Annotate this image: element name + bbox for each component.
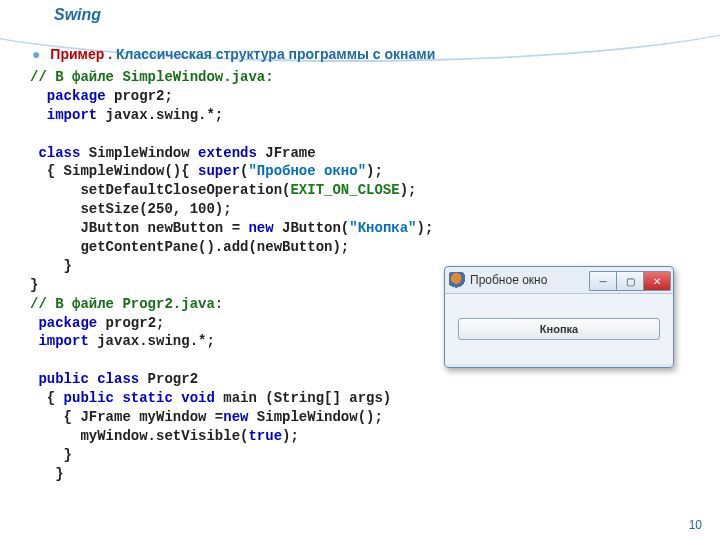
- code-line: );: [400, 182, 417, 198]
- code-line: myWindow.setVisible(: [30, 428, 248, 444]
- code-line: main (String[] args): [215, 390, 391, 406]
- code-line: progr2;: [106, 88, 173, 104]
- java-icon: [449, 272, 465, 288]
- code-line: { SimpleWindow(){: [30, 163, 198, 179]
- code-blank: [30, 126, 38, 142]
- page-number: 10: [689, 518, 702, 532]
- code-line: }: [30, 277, 38, 293]
- code-line: // В файле Progr2.java:: [30, 296, 223, 312]
- code-line: );: [282, 428, 299, 444]
- code-line: public static void: [64, 390, 215, 406]
- code-line: setDefaultCloseOperation(: [30, 182, 290, 198]
- code-line: "Пробное окно": [248, 163, 366, 179]
- code-line: extends: [198, 145, 257, 161]
- page-title: Swing: [54, 6, 101, 24]
- code-line: true: [248, 428, 282, 444]
- subtitle-blue: Классическая структура программы с окнам…: [112, 46, 435, 62]
- code-line: "Кнопка": [349, 220, 416, 236]
- code-line: }: [30, 258, 72, 274]
- minimize-button[interactable]: ─: [589, 271, 616, 291]
- code-blank: [30, 352, 38, 368]
- window-title: Пробное окно: [470, 273, 589, 287]
- bullet-icon: ●: [32, 46, 40, 62]
- code-line: public class: [30, 371, 139, 387]
- code-line: import: [30, 333, 89, 349]
- code-line: );: [366, 163, 383, 179]
- code-line: {: [30, 390, 64, 406]
- code-line: { JFrame myWindow =: [30, 409, 223, 425]
- code-line: // В файле SimpleWindow.java:: [30, 69, 274, 85]
- window-buttons: ─ ▢ ✕: [589, 271, 671, 289]
- code-line: javax.swing.*;: [97, 107, 223, 123]
- demo-window: Пробное окно ─ ▢ ✕ Кнопка: [444, 266, 674, 368]
- code-line: SimpleWindow: [80, 145, 198, 161]
- titlebar[interactable]: Пробное окно ─ ▢ ✕: [445, 267, 673, 294]
- subtitle-red: Пример .: [50, 46, 112, 62]
- close-button[interactable]: ✕: [644, 271, 671, 291]
- code-line: );: [417, 220, 434, 236]
- code-line: progr2;: [97, 315, 164, 331]
- code-line: package: [30, 315, 97, 331]
- code-line: }: [30, 447, 72, 463]
- code-block: // В файле SimpleWindow.java: package pr…: [30, 68, 433, 484]
- code-line: getContentPane().add(newButton);: [30, 239, 349, 255]
- code-line: JButton newButton =: [30, 220, 248, 236]
- code-line: Progr2: [139, 371, 198, 387]
- code-line: class: [30, 145, 80, 161]
- subtitle: ● Пример . Классическая структура програ…: [32, 46, 435, 62]
- code-line: super: [198, 163, 240, 179]
- code-line: EXIT_ON_CLOSE: [290, 182, 399, 198]
- code-line: JFrame: [257, 145, 316, 161]
- code-line: new: [248, 220, 273, 236]
- window-body: Кнопка: [445, 294, 673, 364]
- code-line: import: [30, 107, 97, 123]
- code-line: javax.swing.*;: [89, 333, 215, 349]
- code-line: SimpleWindow();: [248, 409, 382, 425]
- code-line: JButton(: [274, 220, 350, 236]
- code-line: new: [223, 409, 248, 425]
- code-line: package: [30, 88, 106, 104]
- swing-button[interactable]: Кнопка: [458, 318, 660, 340]
- maximize-button[interactable]: ▢: [616, 271, 644, 291]
- code-line: setSize(250, 100);: [30, 201, 232, 217]
- code-line: }: [30, 466, 64, 482]
